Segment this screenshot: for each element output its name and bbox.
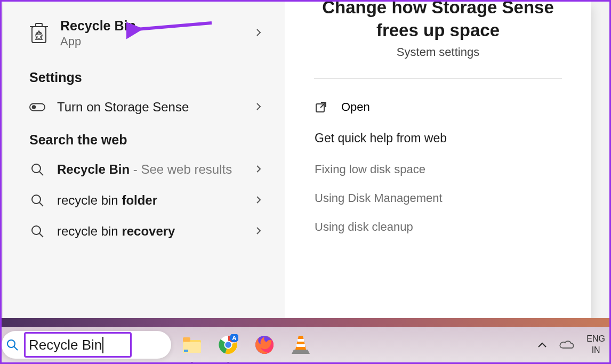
svg-rect-26 — [296, 344, 305, 347]
svg-line-11 — [39, 233, 43, 237]
open-action[interactable]: Open — [306, 98, 570, 116]
tray-expand-icon[interactable] — [537, 342, 547, 348]
svg-rect-18 — [184, 350, 188, 352]
file-explorer-icon[interactable] — [182, 335, 202, 355]
open-label: Open — [341, 100, 370, 114]
svg-line-9 — [39, 203, 43, 206]
search-icon — [29, 192, 45, 208]
svg-point-10 — [32, 226, 41, 234]
taskbar: Recycle Bin A — [2, 327, 609, 362]
svg-rect-0 — [32, 27, 46, 43]
result-storage-sense[interactable]: Turn on Storage Sense — [3, 92, 285, 123]
svg-rect-16 — [183, 337, 190, 342]
section-header-web: Search the web — [3, 123, 285, 154]
best-match-title: Recycle Bin — [60, 18, 270, 34]
chevron-right-icon — [255, 165, 263, 174]
search-input-highlight: Recycle Bin — [24, 332, 132, 358]
result-web-search-0[interactable]: Recycle Bin - See web results — [3, 154, 285, 185]
chevron-right-icon — [255, 227, 263, 236]
result-label: recycle bin recovery — [57, 224, 175, 239]
result-label: recycle bin folder — [57, 193, 157, 208]
result-best-match[interactable]: Recycle Bin App — [3, 2, 285, 60]
section-header-settings: Settings — [3, 60, 285, 92]
detail-title: Change how Storage Sense frees up space — [306, 0, 570, 42]
help-link-1[interactable]: Using Disk Management — [306, 184, 570, 213]
search-icon — [29, 223, 45, 239]
chevron-right-icon — [255, 29, 263, 37]
svg-rect-1 — [36, 23, 42, 27]
onedrive-icon[interactable] — [559, 339, 575, 350]
search-icon — [6, 338, 19, 351]
result-label: Recycle Bin - See web results — [57, 162, 232, 177]
chevron-right-icon — [255, 103, 263, 111]
search-input[interactable]: Recycle Bin — [29, 337, 103, 353]
search-icon — [29, 161, 45, 177]
svg-point-2 — [36, 32, 42, 38]
system-tray: ENG IN — [537, 334, 605, 356]
result-web-search-2[interactable]: recycle bin recovery — [3, 216, 285, 247]
taskbar-apps: A — [182, 335, 311, 355]
results-left-column: Recycle Bin App Settings Turn on Storage… — [3, 2, 285, 319]
language-indicator[interactable]: ENG IN — [586, 334, 605, 356]
chevron-right-icon — [255, 196, 263, 205]
best-match-subtitle: App — [60, 35, 270, 48]
desktop-wallpaper-strip — [2, 318, 609, 327]
detail-subtitle: System settings — [306, 45, 570, 59]
svg-line-7 — [39, 172, 43, 175]
recycle-bin-icon — [29, 23, 49, 43]
firefox-icon[interactable] — [254, 335, 275, 355]
detail-panel: Change how Storage Sense frees up space … — [285, 2, 591, 319]
open-external-icon — [315, 101, 327, 114]
result-web-search-1[interactable]: recycle bin folder — [3, 185, 285, 216]
svg-point-5 — [32, 105, 36, 109]
svg-point-13 — [7, 340, 15, 347]
search-results-panel: Recycle Bin App Settings Turn on Storage… — [3, 2, 591, 319]
vlc-icon[interactable] — [291, 335, 311, 355]
result-label: Turn on Storage Sense — [57, 100, 189, 115]
help-header: Get quick help from web — [315, 131, 561, 145]
divider — [314, 78, 562, 79]
svg-point-21 — [225, 342, 231, 347]
svg-text:A: A — [232, 335, 236, 341]
svg-rect-25 — [298, 339, 304, 342]
svg-point-8 — [32, 195, 41, 204]
taskbar-search-box[interactable]: Recycle Bin — [2, 331, 171, 359]
settings-toggle-icon — [29, 99, 45, 115]
svg-point-6 — [32, 164, 41, 173]
chrome-icon[interactable]: A — [218, 335, 238, 355]
help-link-2[interactable]: Using disk cleanup — [306, 213, 570, 241]
svg-line-14 — [14, 346, 18, 350]
help-link-0[interactable]: Fixing low disk space — [306, 155, 570, 184]
